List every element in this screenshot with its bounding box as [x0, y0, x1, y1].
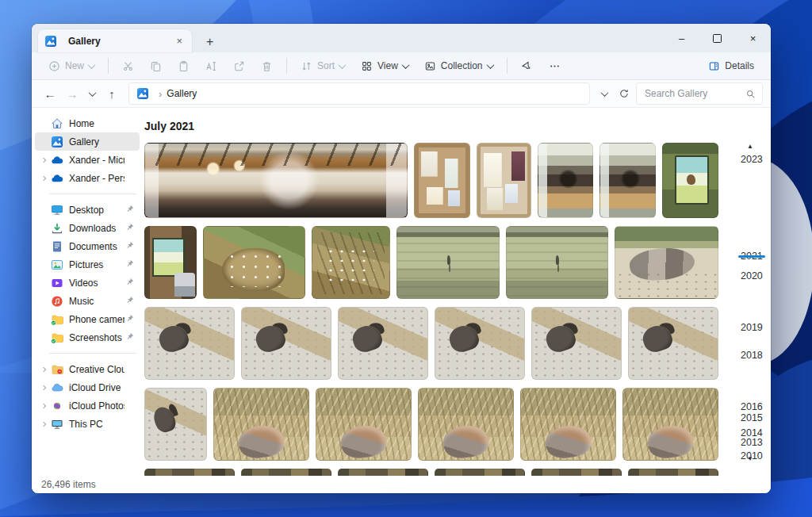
chevron-right-icon[interactable]	[38, 420, 51, 428]
photo-thumbnail-grass-nest-wide[interactable]	[203, 226, 306, 299]
sidebar-item-this-pc[interactable]: This PC	[35, 415, 140, 433]
photo-thumbnail-clipped-photo[interactable]	[531, 469, 622, 476]
new-button[interactable]: New	[41, 56, 102, 76]
photo-thumbnail-corkboard-posters[interactable]	[414, 143, 469, 218]
home-icon	[51, 117, 64, 130]
sidebar-item-desktop[interactable]: Desktop	[35, 201, 140, 219]
details-button[interactable]: Details	[701, 56, 761, 76]
sidebar-item-pictures[interactable]: Pictures	[35, 255, 140, 274]
tab-label: Gallery	[68, 36, 167, 47]
chevron-right-icon[interactable]	[38, 384, 51, 392]
share-button[interactable]	[226, 56, 252, 76]
filter-button[interactable]	[514, 56, 540, 76]
cut-button[interactable]	[115, 56, 141, 76]
pin-icon	[124, 222, 136, 235]
rename-button[interactable]	[198, 56, 224, 76]
photo-thumbnail-driftwood-on-beach[interactable]	[615, 226, 718, 299]
photo-thumbnail-grass-nest-close[interactable]	[312, 226, 390, 299]
chevron-right-icon[interactable]	[38, 366, 51, 373]
photo-thumbnail-sparrow-in-dry-grass[interactable]	[316, 388, 412, 461]
photo-thumbnail-coffee-roaster-sacks[interactable]	[599, 143, 656, 218]
photo-thumbnail-dark-bird-on-sand[interactable]	[435, 307, 525, 380]
photo-thumbnail-clipped-photo[interactable]	[241, 469, 331, 476]
photo-thumbnail-dark-bird-on-sand[interactable]	[531, 307, 622, 380]
photo-thumbnail-sparrow-in-dry-grass[interactable]	[622, 388, 718, 461]
more-button[interactable]	[542, 56, 568, 76]
photo-thumbnail-dark-bird-on-sand[interactable]	[241, 307, 331, 380]
sidebar-item-music[interactable]: Music	[35, 292, 140, 310]
sidebar-item-downloads[interactable]: Downloads	[35, 219, 140, 237]
photo-thumbnail-sparrow-in-dry-grass[interactable]	[520, 388, 616, 461]
photo-thumbnail-dark-bird-on-sand[interactable]	[628, 307, 718, 380]
forward-button[interactable]: →	[62, 83, 82, 104]
photo-thumbnail-cafe-interior-panorama[interactable]	[144, 143, 408, 218]
timeline-year-2015[interactable]: 2015	[741, 412, 763, 423]
timeline-scrubber[interactable]: ▲202320212020201920182016201520142013201…	[736, 108, 771, 476]
sidebar-item-gallery[interactable]: Gallery	[35, 132, 140, 151]
timeline-year-2021[interactable]: 2021	[741, 251, 763, 262]
delete-button[interactable]	[254, 56, 280, 76]
back-button[interactable]: ←	[40, 83, 60, 104]
up-button[interactable]: ↑	[102, 83, 122, 104]
recent-locations-button[interactable]	[84, 83, 100, 104]
photo-thumbnail-marsh-wading-bird[interactable]	[396, 226, 500, 299]
sidebar-item-xander-personal[interactable]: Xander - Personal	[35, 169, 140, 187]
chevron-right-icon[interactable]	[38, 402, 51, 410]
close-button[interactable]: ×	[735, 24, 771, 52]
minimize-button[interactable]: –	[664, 24, 699, 52]
icloud-photos-icon	[51, 400, 64, 412]
address-dropdown-button[interactable]	[596, 83, 612, 104]
tab-gallery[interactable]: Gallery ×	[38, 29, 192, 52]
photo-thumbnail-marsh-wading-bird[interactable]	[506, 226, 609, 299]
photo-thumbnail-clipped-photo[interactable]	[435, 469, 525, 476]
sidebar-item-documents[interactable]: Documents	[35, 237, 140, 255]
photo-thumbnail-bird-sign-on-post[interactable]	[662, 143, 718, 218]
photo-thumbnail-clipped-photo[interactable]	[338, 469, 428, 476]
timeline-year-2019[interactable]: 2019	[741, 322, 763, 333]
timeline-year-2023[interactable]: 2023	[741, 154, 763, 165]
timeline-year-2016[interactable]: 2016	[741, 401, 763, 412]
sidebar-item-screenshots[interactable]: Screenshots	[35, 328, 140, 347]
sidebar-item-icloud-photos[interactable]: iCloud Photos	[35, 396, 140, 415]
photo-thumbnail-sparrow-in-dry-grass[interactable]	[418, 388, 514, 461]
photo-thumbnail-dark-bird-on-sand[interactable]	[144, 307, 235, 380]
photo-thumbnail-clipped-photo[interactable]	[628, 469, 718, 476]
this-pc-icon	[51, 418, 64, 431]
sidebar-item-icloud-drive[interactable]: iCloud Drive	[35, 378, 140, 396]
collection-button[interactable]: Collection	[417, 56, 500, 76]
photo-thumbnail-sparrow-in-dry-grass[interactable]	[213, 388, 309, 461]
maximize-button[interactable]	[699, 24, 735, 52]
sidebar-item-home[interactable]: Home	[35, 114, 140, 132]
search-input[interactable]	[643, 87, 741, 100]
timeline-year-2020[interactable]: 2020	[741, 270, 763, 281]
sidebar-item-videos[interactable]: Videos	[35, 274, 140, 292]
breadcrumb-gallery[interactable]: Gallery	[167, 88, 197, 99]
photo-thumbnail-clipped-photo[interactable]	[144, 469, 235, 476]
timeline-up-arrow[interactable]: ▲	[747, 143, 753, 150]
status-bar: 26,496 items	[32, 476, 771, 493]
photo-thumbnail-coffee-roaster-sacks[interactable]	[538, 143, 593, 218]
sidebar-item-label: Home	[69, 118, 124, 129]
sidebar-item-phone-camera-roll[interactable]: Phone camera roll	[35, 310, 140, 328]
paste-button[interactable]	[170, 56, 197, 76]
sidebar-item-xander-microsoft[interactable]: Xander - Microsoft	[35, 151, 140, 169]
sidebar-item-creative-cloud-files[interactable]: Creative Cloud Files	[35, 360, 140, 378]
timeline-down-arrow[interactable]: ▼	[747, 455, 753, 462]
timeline-year-2013[interactable]: 2013	[741, 437, 763, 448]
photo-thumbnail-sign-on-post[interactable]	[144, 226, 197, 299]
timeline-year-2018[interactable]: 2018	[741, 350, 763, 361]
tab-close-button[interactable]: ×	[173, 35, 186, 47]
cut-icon	[122, 60, 134, 72]
new-tab-button[interactable]: +	[201, 36, 218, 48]
address-bar[interactable]: › Gallery	[128, 82, 590, 105]
view-button[interactable]: View	[354, 56, 416, 76]
chevron-right-icon[interactable]	[38, 156, 51, 164]
copy-button[interactable]	[143, 56, 169, 76]
photo-thumbnail-bulletin-board[interactable]	[477, 143, 531, 218]
photo-thumbnail-dark-bird-on-sand[interactable]	[338, 307, 428, 380]
sort-button[interactable]: Sort	[293, 56, 352, 76]
refresh-button[interactable]	[614, 83, 634, 104]
chevron-right-icon[interactable]	[38, 174, 51, 182]
photo-thumbnail-dark-bird-on-sand[interactable]	[144, 388, 207, 461]
desktop-icon	[51, 204, 64, 216]
